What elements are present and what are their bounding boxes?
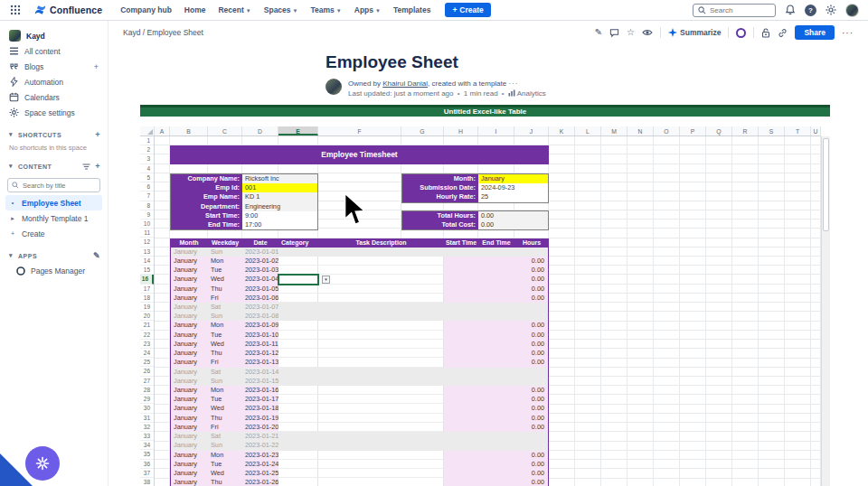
row-header-26[interactable]: 26 (140, 367, 154, 376)
task-description-cell[interactable] (318, 414, 444, 423)
end-time-cell[interactable] (478, 432, 514, 441)
timesheet-header-hours[interactable]: Hours (514, 238, 549, 248)
hours-cell[interactable]: 0.00 (514, 340, 549, 349)
hours-cell[interactable]: 0.00 (514, 423, 549, 432)
column-header-T[interactable]: T (785, 126, 811, 136)
row-header-5[interactable]: 5 (140, 173, 154, 182)
sidebar-item-employee-sheet[interactable]: • Employee Sheet (5, 195, 102, 210)
row-header-19[interactable]: 19 (140, 303, 154, 312)
date-cell[interactable]: 2023-01-16 (242, 386, 278, 395)
row-header-2[interactable]: 2 (140, 145, 154, 154)
start-time-cell[interactable] (444, 441, 478, 450)
link-icon[interactable] (778, 28, 788, 38)
column-header-A[interactable]: A (155, 126, 170, 136)
month-cell[interactable]: January (170, 368, 208, 377)
end-time-cell[interactable] (478, 377, 514, 386)
task-description-cell[interactable] (318, 275, 444, 284)
start-time-cell[interactable] (444, 451, 478, 460)
macro-title-bar[interactable]: Untitled Excel-like Table (140, 105, 830, 117)
share-button[interactable]: Share (795, 25, 835, 40)
end-time-cell[interactable] (478, 451, 514, 460)
end-time-cell[interactable] (478, 404, 514, 413)
weekday-cell[interactable]: Sat (208, 303, 242, 312)
date-cell[interactable]: 2023-01-07 (242, 303, 278, 312)
task-description-cell[interactable] (318, 303, 444, 312)
end-time-cell[interactable] (478, 349, 514, 358)
date-cell[interactable]: 2023-01-12 (242, 349, 278, 358)
weekday-cell[interactable]: Sun (208, 312, 242, 321)
end-time-cell[interactable] (478, 321, 514, 330)
weekday-cell[interactable]: Sun (208, 377, 242, 386)
weekday-cell[interactable]: Mon (208, 257, 242, 266)
category-cell[interactable] (278, 478, 318, 486)
start-time-cell[interactable] (444, 478, 478, 486)
column-header-G[interactable]: G (401, 126, 444, 136)
space-header[interactable]: Kayd (5, 28, 102, 43)
category-cell[interactable] (278, 377, 318, 386)
row-header-1[interactable]: 1 (140, 136, 154, 145)
add-shortcut-icon[interactable]: + (95, 130, 100, 139)
task-description-cell[interactable] (318, 321, 444, 330)
row-header-22[interactable]: 22 (140, 331, 154, 340)
select-all-corner[interactable] (140, 126, 155, 136)
start-time-cell[interactable] (444, 312, 478, 321)
task-description-cell[interactable] (318, 257, 444, 266)
user-avatar[interactable] (845, 4, 859, 17)
category-cell[interactable] (278, 441, 318, 450)
task-description-cell[interactable] (318, 460, 444, 469)
month-cell[interactable]: January (170, 441, 208, 450)
hours-cell[interactable] (514, 432, 549, 441)
byline-more-icon[interactable]: ··· (508, 79, 518, 88)
hours-cell[interactable]: 0.00 (514, 395, 549, 404)
weekday-cell[interactable]: Tue (208, 395, 242, 404)
weekday-cell[interactable]: Wed (208, 275, 242, 284)
category-cell[interactable] (278, 248, 318, 257)
task-description-cell[interactable] (318, 451, 444, 460)
date-cell[interactable]: 2023-01-24 (242, 460, 278, 469)
weekday-cell[interactable]: Thu (208, 478, 242, 486)
task-description-cell[interactable] (318, 386, 444, 395)
date-cell[interactable]: 2023-01-09 (242, 321, 278, 330)
category-dropdown-icon[interactable]: ▾ (322, 276, 330, 284)
hours-cell[interactable]: 0.00 (514, 275, 549, 284)
presenter-ring-icon[interactable] (736, 28, 746, 38)
start-time-cell[interactable] (444, 321, 478, 330)
row-header-10[interactable]: 10 (140, 220, 154, 229)
date-cell[interactable]: 2023-01-26 (242, 478, 278, 486)
category-cell[interactable] (278, 395, 318, 404)
date-cell[interactable]: 2023-01-23 (242, 451, 278, 460)
category-cell[interactable] (278, 285, 318, 294)
sidebar-item-blogs[interactable]: Blogs + (5, 59, 102, 74)
row-header-15[interactable]: 15 (140, 266, 154, 275)
edit-pencil-icon[interactable]: ✎ (595, 28, 602, 37)
sidebar-item-calendars[interactable]: Calendars (5, 89, 102, 105)
end-time-cell[interactable] (478, 248, 514, 257)
hours-cell[interactable]: 0.00 (514, 257, 549, 266)
month-cell[interactable]: January (170, 358, 208, 367)
notifications-bell-icon[interactable] (784, 4, 797, 16)
hours-cell[interactable] (514, 303, 549, 312)
date-cell[interactable]: 2023-01-10 (242, 331, 278, 340)
start-time-cell[interactable] (444, 377, 478, 386)
breadcrumb-space-link[interactable]: Kayd (123, 28, 140, 37)
end-time-cell[interactable] (478, 312, 514, 321)
row-header-21[interactable]: 21 (140, 321, 154, 330)
month-cell[interactable]: January (170, 404, 208, 413)
task-description-cell[interactable] (318, 294, 444, 303)
column-header-E[interactable]: E (278, 126, 318, 136)
hours-cell[interactable] (514, 368, 549, 377)
weekday-cell[interactable]: Sat (208, 432, 242, 441)
comment-icon[interactable] (609, 28, 619, 38)
date-cell[interactable]: 2023-01-20 (242, 423, 278, 432)
start-time-cell[interactable] (444, 331, 478, 340)
chevron-right-icon[interactable]: ▸ (9, 215, 16, 222)
weekday-cell[interactable]: Mon (208, 451, 242, 460)
task-description-cell[interactable] (318, 423, 444, 432)
start-time-cell[interactable] (444, 303, 478, 312)
task-description-cell[interactable] (318, 432, 444, 441)
end-time-cell[interactable] (478, 303, 514, 312)
row-header-36[interactable]: 36 (140, 460, 154, 469)
row-header-38[interactable]: 38 (140, 478, 154, 486)
info-value[interactable]: 25 (478, 192, 548, 201)
row-header-20[interactable]: 20 (140, 312, 154, 321)
